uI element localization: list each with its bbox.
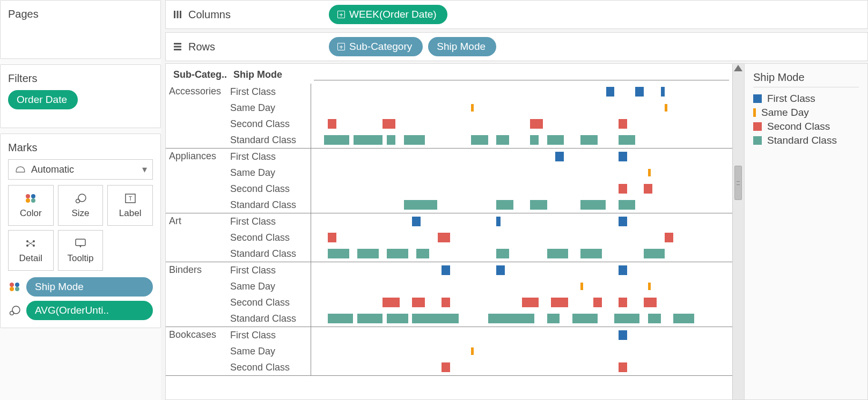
rows-pill-sub-category[interactable]: + Sub-Category	[329, 37, 423, 56]
applied-mark-ship-mode[interactable]: Ship Mode	[8, 277, 153, 297]
data-mark[interactable]	[665, 233, 673, 242]
data-mark[interactable]	[619, 330, 627, 340]
data-mark[interactable]	[357, 314, 382, 323]
timeline[interactable]	[311, 84, 732, 100]
viz-area[interactable]: Sub-Categ.. Ship Mode AccessoriesFirst C…	[166, 64, 732, 399]
ship-mode-label[interactable]: Second Class	[230, 362, 311, 373]
marks-size-button[interactable]: Size	[58, 185, 104, 226]
ship-mode-label[interactable]: First Class	[230, 86, 311, 98]
data-mark[interactable]	[387, 249, 408, 258]
timeline[interactable]	[311, 294, 732, 310]
sub-category-label[interactable]: Binders	[166, 262, 230, 327]
ship-mode-label[interactable]: Second Class	[230, 297, 311, 308]
data-mark[interactable]	[619, 152, 627, 161]
ship-mode-label[interactable]: First Class	[230, 265, 311, 276]
timeline[interactable]	[311, 197, 732, 213]
sub-category-label[interactable]: Bookcases	[166, 327, 230, 375]
marks-type-dropdown[interactable]: Automatic ▾	[8, 159, 153, 180]
data-mark[interactable]	[648, 283, 651, 290]
data-mark[interactable]	[496, 200, 513, 210]
data-mark[interactable]	[547, 249, 568, 258]
ship-mode-label[interactable]: First Class	[230, 216, 311, 227]
timeline[interactable]	[311, 132, 732, 148]
timeline[interactable]	[311, 278, 732, 294]
timeline[interactable]	[311, 213, 732, 229]
data-mark[interactable]	[644, 298, 657, 307]
data-mark[interactable]	[619, 217, 627, 226]
data-mark[interactable]	[619, 200, 635, 210]
data-mark[interactable]	[328, 119, 336, 129]
timeline[interactable]	[311, 246, 732, 262]
data-mark[interactable]	[619, 362, 627, 372]
data-mark[interactable]	[673, 314, 694, 323]
data-mark[interactable]	[606, 87, 615, 97]
ship-mode-label[interactable]: Standard Class	[230, 248, 311, 260]
data-mark[interactable]	[547, 135, 564, 145]
scroll-thumb[interactable]	[734, 166, 742, 200]
data-mark[interactable]	[328, 233, 336, 242]
ship-mode-label[interactable]: Standard Class	[230, 135, 311, 146]
data-mark[interactable]	[580, 200, 606, 210]
data-mark[interactable]	[442, 298, 450, 307]
marks-label-button[interactable]: T Label	[107, 185, 153, 226]
data-mark[interactable]	[635, 87, 644, 97]
columns-pill-week-order-date[interactable]: + WEEK(Order Date)	[329, 5, 447, 24]
data-mark[interactable]	[551, 298, 568, 307]
data-mark[interactable]	[547, 314, 560, 323]
sub-category-label[interactable]: Art	[166, 213, 230, 262]
data-mark[interactable]	[619, 298, 627, 307]
legend-item[interactable]: Same Day	[753, 107, 859, 118]
ship-mode-label[interactable]: Second Class	[230, 183, 311, 195]
data-mark[interactable]	[471, 104, 474, 112]
data-mark[interactable]	[572, 314, 598, 323]
sub-category-label[interactable]: Appliances	[166, 149, 230, 213]
ship-mode-label[interactable]: Same Day	[230, 346, 311, 357]
data-mark[interactable]	[580, 249, 601, 258]
columns-shelf[interactable]: Columns + WEEK(Order Date)	[165, 0, 868, 29]
data-mark[interactable]	[412, 217, 421, 226]
data-mark[interactable]	[496, 265, 505, 275]
ship-mode-label[interactable]: First Class	[230, 330, 311, 341]
data-mark[interactable]	[328, 314, 353, 323]
legend-item[interactable]: Second Class	[753, 121, 859, 132]
data-mark[interactable]	[412, 314, 458, 323]
data-mark[interactable]	[416, 249, 429, 258]
data-mark[interactable]	[412, 298, 425, 307]
applied-mark-avg-orderuntil[interactable]: AVG(OrderUnti..	[8, 301, 153, 320]
timeline[interactable]	[311, 116, 732, 132]
ship-mode-label[interactable]: Standard Class	[230, 313, 311, 324]
timeline[interactable]	[311, 229, 732, 246]
data-mark[interactable]	[387, 135, 395, 145]
timeline[interactable]	[311, 310, 732, 327]
timeline[interactable]	[311, 149, 732, 165]
ship-mode-label[interactable]: Second Class	[230, 232, 311, 243]
data-mark[interactable]	[496, 135, 509, 145]
timeline[interactable]	[311, 181, 732, 197]
data-mark[interactable]	[619, 119, 627, 129]
data-mark[interactable]	[530, 135, 539, 145]
data-mark[interactable]	[382, 119, 395, 129]
ship-mode-label[interactable]: Second Class	[230, 118, 311, 130]
data-mark[interactable]	[648, 314, 661, 323]
data-mark[interactable]	[661, 87, 665, 97]
data-mark[interactable]	[644, 249, 665, 258]
ship-mode-label[interactable]: First Class	[230, 151, 311, 162]
rows-pill-ship-mode[interactable]: Ship Mode	[428, 37, 496, 56]
data-mark[interactable]	[522, 298, 539, 307]
data-mark[interactable]	[382, 298, 399, 307]
data-mark[interactable]	[614, 314, 639, 323]
filter-pill-order-date[interactable]: Order Date	[8, 90, 78, 109]
data-mark[interactable]	[404, 200, 438, 210]
legend-item[interactable]: Standard Class	[753, 135, 859, 146]
ship-mode-label[interactable]: Standard Class	[230, 199, 311, 211]
data-mark[interactable]	[442, 265, 450, 275]
scroll-up-arrow-icon[interactable]	[734, 65, 742, 71]
timeline[interactable]	[311, 327, 732, 343]
timeline[interactable]	[311, 165, 732, 181]
data-mark[interactable]	[619, 135, 635, 145]
marks-color-button[interactable]: Color	[8, 185, 54, 226]
data-mark[interactable]	[404, 135, 425, 145]
ship-mode-label[interactable]: Same Day	[230, 102, 311, 114]
vertical-scrollbar[interactable]	[732, 64, 744, 399]
data-mark[interactable]	[555, 152, 564, 161]
